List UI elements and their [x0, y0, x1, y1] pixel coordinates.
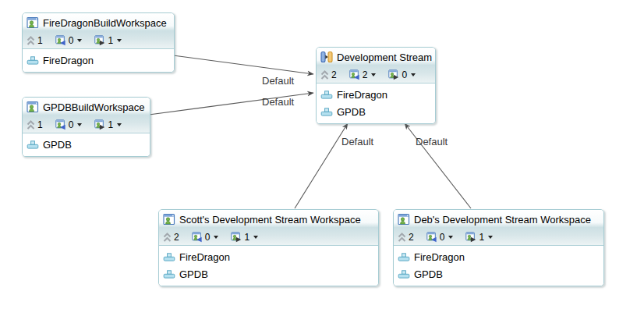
outgoing-changes-dropdown[interactable]: 1	[94, 119, 122, 130]
chevron-down-icon	[117, 123, 122, 126]
chevron-down-icon	[77, 39, 82, 42]
component-icon	[398, 268, 410, 280]
component-item[interactable]: GPDB	[27, 136, 146, 153]
component-item[interactable]: FireDragon	[27, 52, 170, 69]
repository-workspace-icon	[27, 16, 39, 29]
node-title: Scott's Development Stream Workspace	[179, 214, 361, 226]
outgoing-changes-icon	[465, 232, 476, 243]
component-icon	[320, 106, 333, 118]
node-header: GPDBBuildWorkspace 1 0 1	[23, 98, 150, 133]
component-icon	[27, 55, 39, 66]
component-item[interactable]: GPDB	[398, 265, 600, 282]
node-title: Development Stream	[337, 52, 432, 63]
incoming-changes-icon	[349, 69, 360, 80]
chevron-down-icon	[448, 236, 453, 239]
node-body: FireDragon GPDB	[159, 246, 378, 286]
outgoing-changes-dropdown[interactable]: 0	[388, 69, 416, 80]
baselines-chevrons-icon	[27, 35, 35, 46]
baselines-chevrons-icon	[163, 232, 172, 243]
component-item[interactable]: GPDB	[320, 103, 431, 120]
repository-workspace-icon	[398, 213, 410, 226]
component-item[interactable]: GPDB	[163, 265, 374, 282]
outgoing-changes-dropdown[interactable]: 1	[231, 232, 258, 243]
node-body: FireDragon	[23, 49, 174, 72]
incoming-changes-icon	[55, 35, 66, 46]
outgoing-changes-dropdown[interactable]: 1	[94, 35, 122, 46]
chevron-down-icon	[371, 73, 376, 76]
component-icon	[320, 89, 333, 101]
outgoing-changes-icon	[388, 69, 399, 80]
flow-diagram-canvas: { "diagram": { "background": "#ffffff", …	[0, 0, 644, 334]
outgoing-changes-icon	[94, 35, 105, 46]
edge-label-default[interactable]: Default	[416, 136, 448, 147]
repository-workspace-icon	[163, 213, 175, 226]
chevron-down-icon	[253, 236, 258, 239]
incoming-changes-icon	[55, 119, 66, 130]
incoming-changes-dropdown[interactable]: 0	[192, 232, 219, 243]
chevron-down-icon	[117, 39, 122, 42]
incoming-changes-dropdown[interactable]: 2	[349, 69, 377, 80]
edge-label-default[interactable]: Default	[262, 96, 294, 108]
incoming-changes-icon	[192, 232, 203, 243]
component-icon	[163, 268, 175, 280]
node-scotts-development-stream-workspace[interactable]: Scott's Development Stream Workspace 2 0…	[158, 209, 379, 286]
incoming-changes-dropdown[interactable]: 0	[55, 119, 83, 130]
component-item[interactable]: FireDragon	[163, 248, 374, 265]
chevron-down-icon	[214, 236, 218, 239]
edge-label-default[interactable]: Default	[262, 75, 294, 87]
baseline-count: 1	[27, 35, 43, 46]
repository-workspace-icon	[27, 101, 39, 113]
node-firedragon-build-workspace[interactable]: FireDragonBuildWorkspace 1 0 1 FireDrago…	[22, 12, 175, 73]
baselines-chevrons-icon	[398, 232, 406, 243]
outgoing-changes-icon	[231, 232, 242, 243]
node-header: Deb's Development Stream Workspace 2 0 1	[394, 210, 603, 246]
node-body: FireDragon GPDB	[317, 84, 435, 123]
baselines-chevrons-icon	[27, 119, 35, 130]
node-title: Deb's Development Stream Workspace	[414, 214, 591, 226]
incoming-changes-dropdown[interactable]: 0	[55, 35, 83, 46]
outgoing-changes-icon	[94, 119, 105, 130]
baseline-count: 1	[27, 119, 43, 130]
component-item[interactable]: FireDragon	[398, 248, 600, 265]
chevron-down-icon	[411, 73, 416, 76]
component-icon	[163, 251, 175, 263]
node-title: FireDragonBuildWorkspace	[43, 17, 167, 29]
node-gpdb-build-workspace[interactable]: GPDBBuildWorkspace 1 0 1 GPDB	[22, 97, 150, 157]
node-debs-development-stream-workspace[interactable]: Deb's Development Stream Workspace 2 0 1…	[393, 209, 604, 286]
node-development-stream[interactable]: Development Stream 2 2 0 FireDragon	[316, 47, 436, 124]
baseline-count: 2	[163, 232, 179, 243]
outgoing-changes-dropdown[interactable]: 1	[465, 232, 493, 243]
stream-icon	[320, 51, 333, 63]
node-title: GPDBBuildWorkspace	[43, 101, 145, 113]
component-icon	[27, 139, 39, 151]
baselines-chevrons-icon	[320, 69, 329, 80]
node-body: GPDB	[23, 133, 150, 156]
flow-edge-scott-to-stream[interactable]	[295, 123, 348, 208]
node-header: FireDragonBuildWorkspace 1 0 1	[23, 13, 174, 49]
node-header: Scott's Development Stream Workspace 2 0…	[159, 210, 378, 246]
incoming-changes-dropdown[interactable]: 0	[426, 232, 454, 243]
chevron-down-icon	[488, 236, 493, 239]
component-item[interactable]: FireDragon	[320, 86, 431, 103]
node-header: Development Stream 2 2 0	[317, 48, 435, 84]
baseline-count: 2	[398, 232, 414, 243]
incoming-changes-icon	[426, 232, 437, 243]
baseline-count: 2	[320, 69, 337, 80]
chevron-down-icon	[77, 123, 82, 126]
flow-edge-firedragonbuild-to-stream[interactable]	[173, 55, 313, 74]
edge-label-default[interactable]: Default	[341, 136, 373, 147]
node-body: FireDragon GPDB	[394, 246, 603, 286]
component-icon	[398, 251, 410, 263]
